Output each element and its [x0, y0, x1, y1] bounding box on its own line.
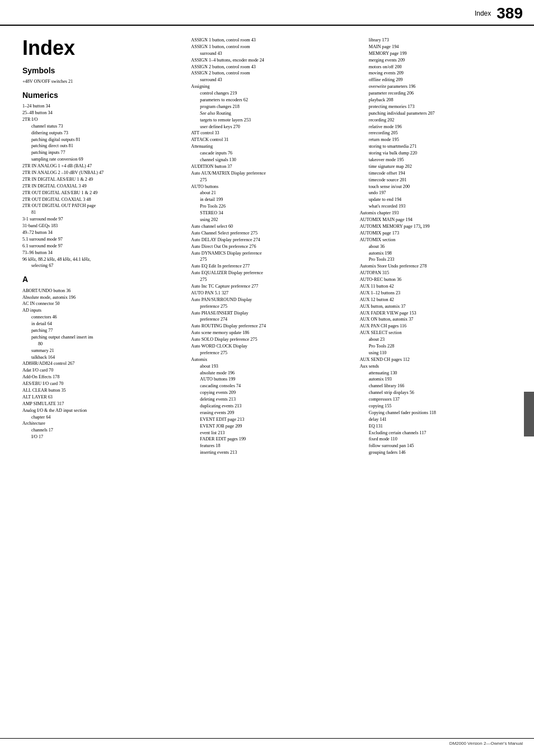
list-item: MAIN page 194	[360, 44, 523, 50]
list-item: Analog I/O & the AD input section	[22, 407, 185, 414]
list-item: Auto AUX/MATRIX Display preference	[191, 170, 354, 177]
list-item: 2TR IN DIGITAL COAXIAL 3 49	[22, 183, 185, 190]
list-item: See also Routing	[191, 110, 354, 117]
list-item: return mode 195	[360, 137, 523, 143]
list-item: preference 275	[191, 350, 354, 356]
list-item: 6.1 surround mode 97	[22, 243, 185, 250]
list-item: ABORT/UNDO button 36	[22, 288, 185, 294]
list-item: merging events 209	[360, 57, 523, 64]
list-item: playback 208	[360, 97, 523, 104]
list-item: inserting events 213	[191, 449, 354, 456]
list-item: AMP SIMULATE 317	[22, 401, 185, 407]
list-item: channel status 73	[22, 123, 185, 130]
header-label: Index	[475, 10, 491, 17]
list-item: surround 43	[191, 77, 354, 83]
list-item: STEREO 34	[191, 210, 354, 217]
list-item: about 23	[360, 336, 523, 343]
list-item: ASSIGN 1 button, control room	[191, 44, 354, 50]
list-item: Auto Direct Out On preference 276	[191, 243, 354, 250]
list-item: connectors 46	[22, 314, 185, 321]
list-item: AUX 1–12 buttons 23	[360, 290, 523, 297]
list-item: Absolute mode, automix 196	[22, 294, 185, 301]
list-item: AUX button, automix 37	[360, 303, 523, 310]
list-item: timecode source 201	[360, 177, 523, 184]
numerics-heading: Numerics	[22, 90, 185, 101]
symbols-heading: Symbols	[22, 65, 185, 76]
list-item: timecode offset 194	[360, 170, 523, 177]
list-item: 2TR IN ANALOG 1 +4 dB (BAL) 47	[22, 163, 185, 170]
list-item: AUTOMIX page 173	[360, 230, 523, 237]
list-item: copying events 209	[191, 389, 354, 396]
list-item: channel library 166	[360, 383, 523, 389]
list-item: using 110	[360, 350, 523, 356]
list-item: storing via bulk dump 220	[360, 150, 523, 157]
a-heading: A	[22, 274, 185, 285]
list-item: talkback 164	[22, 354, 185, 361]
list-item: AUTO-REC button 36	[360, 276, 523, 283]
list-item: Auto PHASE/INSERT Display	[191, 310, 354, 317]
list-item: Adat I/O card 70	[22, 367, 185, 374]
list-item: 73–96 button 34	[22, 250, 185, 256]
list-item: 1–24 button 34	[22, 103, 185, 110]
list-item: Architecture	[22, 420, 185, 427]
list-item: dithering outputs 73	[22, 130, 185, 137]
list-item: absolute mode 196	[191, 370, 354, 377]
list-item: patching output channel insert ins	[22, 334, 185, 341]
list-item: 2TR I/O	[22, 116, 185, 123]
list-item: AUX PAN CH pages 116	[360, 323, 523, 330]
column-3: library 173 MAIN page 194 MEMORY page 19…	[360, 37, 523, 456]
list-item: chapter 64	[22, 414, 185, 421]
list-item: ALL CLEAR button 35	[22, 387, 185, 394]
list-item: ATTACK control 31	[191, 137, 354, 143]
list-item: AES/EBU I/O card 70	[22, 381, 185, 387]
list-item: cascading consoles 74	[191, 383, 354, 389]
list-item: AUTOMIX MEMORY page 173, 199	[360, 223, 523, 230]
list-item: event list 213	[191, 430, 354, 436]
list-item: sampling rate conversion 69	[22, 156, 185, 163]
list-item: features 18	[191, 443, 354, 449]
list-item: MEMORY page 199	[360, 50, 523, 57]
list-item: protecting memories 173	[360, 104, 523, 110]
list-item: ASSIGN 2 button, control room	[191, 70, 354, 77]
list-item: selecting 67	[22, 262, 185, 269]
list-item: Attenuating	[191, 143, 354, 150]
list-item: Assigning	[191, 83, 354, 90]
list-item: AUTOMIX section	[360, 237, 523, 243]
list-item: AUDITION button 37	[191, 163, 354, 170]
list-item: AUX SELECT section	[360, 330, 523, 336]
list-item: Pro Tools 226	[191, 203, 354, 210]
list-item: Automix chapter 193	[360, 210, 523, 217]
list-item: in detail 64	[22, 321, 185, 327]
list-item: fixed mode 110	[360, 436, 523, 443]
list-item: recording 202	[360, 117, 523, 124]
list-item: Auto WORD CLOCK Display	[191, 343, 354, 350]
list-item: Pro Tools 228	[360, 343, 523, 350]
list-item: control changes 219	[191, 90, 354, 97]
list-item: about 21	[191, 190, 354, 196]
list-item: 275	[191, 276, 354, 283]
list-item: compressors 137	[360, 396, 523, 403]
list-item: I/O 17	[22, 434, 185, 440]
list-item: Auto Channel Select preference 275	[191, 230, 354, 237]
list-item: user defined keys 270	[191, 124, 354, 130]
list-item: EVENT EDIT page 213	[191, 416, 354, 423]
list-item: channel strip displays 56	[360, 389, 523, 396]
list-item: overwrite parameters 196	[360, 83, 523, 90]
list-item: summary 21	[22, 348, 185, 354]
list-item: 25–48 button 34	[22, 110, 185, 116]
list-item: Automix	[191, 356, 354, 363]
list-item: duplicating events 213	[191, 403, 354, 410]
page: Index 389 Index Symbols +48V ON/OFF swit…	[0, 0, 534, 756]
list-item: attenuating 130	[360, 370, 523, 377]
index-title: Index	[22, 37, 185, 59]
list-item: AC IN connector 50	[22, 300, 185, 307]
list-item: EQ 131	[360, 423, 523, 430]
list-item: 275	[191, 256, 354, 263]
list-item: Auto EQ Edit In preference 277	[191, 263, 354, 270]
list-item: patching digital outputs 81	[22, 137, 185, 143]
list-item: about 193	[191, 363, 354, 370]
column-1: Index Symbols +48V ON/OFF switches 21 Nu…	[22, 37, 191, 456]
list-item: 275	[191, 177, 354, 184]
list-item: patching direct outs 81	[22, 143, 185, 149]
list-item: Auto EQUALIZER Display preference	[191, 270, 354, 276]
